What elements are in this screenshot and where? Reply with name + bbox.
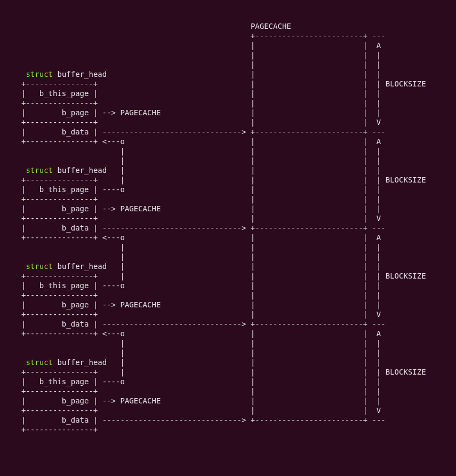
blocksize-label: BLOCKSIZE <box>386 272 426 280</box>
struct-keyword: struct <box>26 262 53 271</box>
ascii-diagram: PAGECACHE +------------------------+ ---… <box>0 0 456 434</box>
field-b-data: b_data <box>62 128 89 136</box>
struct-keyword: struct <box>26 70 53 78</box>
field-b-data: b_data <box>62 320 89 328</box>
struct-name: buffer_head <box>57 166 107 174</box>
field-b-this-page: b_this_page <box>39 281 89 290</box>
struct-keyword: struct <box>26 166 53 174</box>
struct-keyword: struct <box>26 358 53 367</box>
field-b-this-page: b_this_page <box>39 377 89 386</box>
field-b-page: b_page <box>62 300 89 309</box>
field-b-this-page: b_this_page <box>39 185 89 194</box>
blocksize-label: BLOCKSIZE <box>386 176 426 184</box>
blocksize-label: BLOCKSIZE <box>386 80 426 88</box>
b-page-target: --> PAGECACHE <box>102 396 161 405</box>
blocksize-label: BLOCKSIZE <box>386 368 426 376</box>
field-b-data: b_data <box>62 224 89 232</box>
b-page-target: --> PAGECACHE <box>102 300 161 309</box>
struct-name: buffer_head <box>57 262 107 271</box>
field-b-this-page: b_this_page <box>39 89 89 98</box>
struct-name: buffer_head <box>57 358 107 367</box>
field-b-page: b_page <box>62 204 89 213</box>
field-b-page: b_page <box>62 108 89 117</box>
field-b-page: b_page <box>62 396 89 405</box>
struct-name: buffer_head <box>57 70 107 78</box>
b-page-target: --> PAGECACHE <box>102 204 161 213</box>
pagecache-label: PAGECACHE <box>251 22 291 30</box>
field-b-data: b_data <box>62 416 89 424</box>
b-page-target: --> PAGECACHE <box>102 108 161 117</box>
